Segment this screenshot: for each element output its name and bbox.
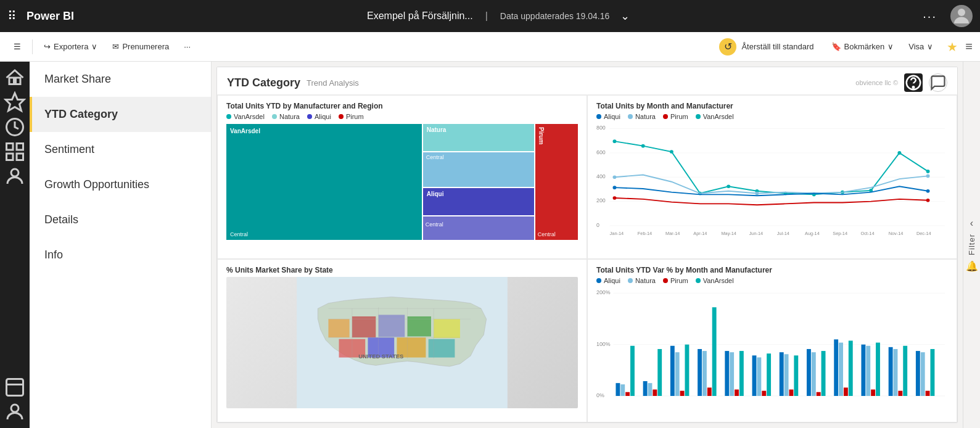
svg-rect-65: [429, 339, 455, 357]
speaker-icon[interactable]: 🔔: [966, 260, 978, 272]
chart2-legend: Aliqui Natura Pirum VanArsdel: [596, 113, 948, 120]
sidebar-item-ytd-category[interactable]: YTD Category: [30, 97, 211, 132]
report-icon-button[interactable]: [904, 73, 923, 92]
svg-text:100%: 100%: [596, 340, 611, 347]
sidebar-item-growth-opportunities[interactable]: Growth Opportunities: [30, 167, 211, 202]
sidebar-item-label: Info: [44, 249, 63, 261]
svg-text:Oct-14: Oct-14: [860, 231, 874, 236]
svg-rect-118: [871, 389, 875, 395]
legend-dot: [663, 114, 668, 119]
view-label: Visa: [908, 42, 924, 51]
svg-point-42: [613, 196, 617, 200]
legend-item: Aliqui: [596, 277, 620, 284]
svg-rect-113: [839, 342, 843, 395]
view-chevron-icon: ∨: [927, 42, 933, 51]
recent-icon[interactable]: [4, 116, 26, 138]
svg-point-0: [958, 9, 965, 16]
svg-point-38: [755, 192, 759, 195]
favorites-icon[interactable]: [4, 91, 26, 113]
bookmarks-button[interactable]: 🔖 Bokmärken ∨: [825, 38, 900, 55]
svg-text:Jul-14: Jul-14: [777, 231, 789, 236]
home-icon[interactable]: [4, 67, 26, 89]
chart-line: Total Units by Month and Manufacturer Al…: [587, 95, 957, 259]
reset-button[interactable]: ↺ Återställ till standard: [710, 35, 822, 59]
separator: |: [485, 10, 488, 22]
menu-button[interactable]: ☰: [7, 38, 27, 55]
subscribe-button[interactable]: ✉ Prenumerera: [106, 38, 175, 55]
legend-label: Aliqui: [604, 277, 620, 284]
svg-marker-3: [6, 93, 24, 111]
svg-text:Feb-14: Feb-14: [638, 231, 652, 236]
report-chat-button[interactable]: [929, 73, 947, 92]
svg-rect-116: [861, 344, 865, 395]
top-bar: ⠿ Power BI Exempel på Försäljnin... | Da…: [0, 0, 980, 32]
right-panel-icons-bottom: 🔔: [966, 255, 978, 277]
svg-text:Nov-14: Nov-14: [889, 231, 904, 236]
svg-rect-93: [702, 351, 707, 396]
svg-rect-104: [780, 352, 784, 396]
svg-rect-110: [817, 392, 821, 395]
grid-icon[interactable]: ⠿: [7, 9, 17, 23]
treemap-cell-aliqui2[interactable]: Central: [423, 216, 534, 240]
treemap-cell-natura[interactable]: Natura: [423, 124, 534, 151]
workspace-icon[interactable]: [4, 376, 26, 398]
chart3-title: % Units Market Share by State: [226, 266, 578, 274]
legend-dot: [628, 278, 633, 283]
svg-text:Sep-14: Sep-14: [833, 231, 847, 236]
svg-rect-124: [916, 351, 920, 396]
svg-rect-10: [7, 379, 23, 396]
svg-rect-105: [784, 354, 789, 396]
chart-map: % Units Market Share by State: [217, 259, 587, 423]
line-chart-area[interactable]: 800 600 400 200 0: [596, 124, 948, 240]
legend-item: Aliqui: [596, 113, 620, 120]
legend-label: Pirum: [670, 113, 688, 120]
legend-dot: [226, 114, 231, 119]
svg-rect-103: [767, 353, 771, 396]
legend-dot: [696, 114, 701, 119]
sidebar-item-info[interactable]: Info: [30, 237, 211, 273]
svg-rect-121: [894, 348, 898, 395]
export-button[interactable]: ↪ Exportera ∨: [38, 38, 104, 55]
filter-label[interactable]: Filter: [967, 234, 976, 255]
report-chart-subtitle: Trend Analysis: [307, 78, 359, 88]
more-toolbar-button[interactable]: ···: [178, 38, 197, 55]
treemap-cell-pirum[interactable]: Pirum Central: [535, 124, 578, 240]
view-button[interactable]: Visa ∨: [902, 38, 939, 55]
sidebar-item-details[interactable]: Details: [30, 202, 211, 237]
chart4-title: Total Units YTD Var % by Month and Manuf…: [596, 266, 948, 274]
favorite-star-button[interactable]: ★: [947, 39, 958, 54]
treemap[interactable]: VanArsdel Central Natura Central: [226, 124, 578, 240]
svg-text:May-14: May-14: [721, 231, 736, 236]
svg-text:0: 0: [596, 222, 599, 228]
svg-point-43: [926, 199, 930, 202]
svg-point-29: [727, 184, 730, 188]
map-visualization[interactable]: UNITED STATES: [226, 277, 578, 409]
svg-rect-87: [657, 348, 662, 395]
content-area: YTD Category Trend Analysis obvience llc…: [212, 62, 963, 428]
sidebar-item-sentiment[interactable]: Sentiment: [30, 132, 211, 167]
svg-text:Aug-14: Aug-14: [805, 231, 820, 236]
svg-rect-94: [707, 387, 712, 396]
svg-text:600: 600: [596, 149, 606, 155]
user-avatar[interactable]: [950, 5, 973, 27]
svg-rect-125: [921, 352, 925, 396]
left-nav-icons: [0, 62, 30, 428]
apps-icon[interactable]: [4, 141, 26, 163]
person-icon[interactable]: [4, 165, 26, 187]
subscribe-label: Prenumerera: [122, 42, 169, 51]
collapse-icon[interactable]: ‹: [970, 218, 973, 229]
separator: [32, 39, 33, 54]
treemap-cell-central[interactable]: Central: [423, 152, 534, 187]
title-chevron-icon[interactable]: ⌄: [620, 9, 630, 23]
profile-icon[interactable]: [4, 401, 26, 423]
legend-label: Aliqui: [604, 113, 620, 120]
svg-rect-86: [653, 389, 657, 395]
list-view-button[interactable]: ≡: [965, 39, 973, 54]
more-options-button[interactable]: ···: [923, 9, 937, 23]
svg-text:Mar-14: Mar-14: [665, 231, 680, 236]
treemap-cell-vanarsdel[interactable]: VanArsdel Central: [226, 124, 422, 240]
bar-chart-area[interactable]: 200% 100% 0%: [596, 288, 948, 404]
svg-rect-96: [725, 351, 729, 396]
sidebar-item-market-share[interactable]: Market Share: [30, 62, 211, 97]
treemap-cell-aliqui[interactable]: Aliqui: [423, 188, 534, 215]
